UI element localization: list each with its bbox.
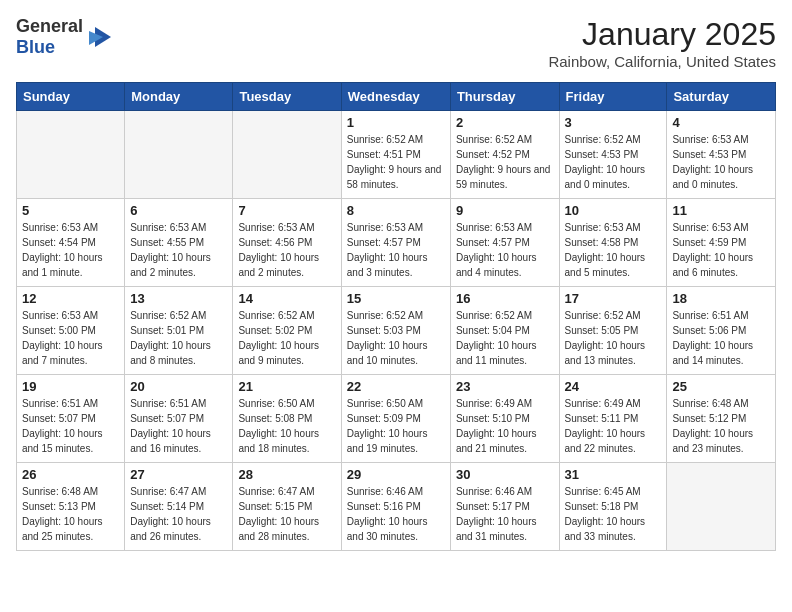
day-number: 18: [672, 291, 770, 306]
weekday-header-saturday: Saturday: [667, 83, 776, 111]
day-info: Sunrise: 6:53 AMSunset: 4:59 PMDaylight:…: [672, 220, 770, 280]
calendar-day-cell: 12Sunrise: 6:53 AMSunset: 5:00 PMDayligh…: [17, 287, 125, 375]
calendar-day-cell: 26Sunrise: 6:48 AMSunset: 5:13 PMDayligh…: [17, 463, 125, 551]
day-number: 10: [565, 203, 662, 218]
day-info: Sunrise: 6:52 AMSunset: 4:53 PMDaylight:…: [565, 132, 662, 192]
day-number: 23: [456, 379, 554, 394]
day-number: 1: [347, 115, 445, 130]
day-info: Sunrise: 6:52 AMSunset: 5:04 PMDaylight:…: [456, 308, 554, 368]
day-info: Sunrise: 6:53 AMSunset: 4:53 PMDaylight:…: [672, 132, 770, 192]
day-info: Sunrise: 6:52 AMSunset: 5:02 PMDaylight:…: [238, 308, 335, 368]
calendar-day-cell: 19Sunrise: 6:51 AMSunset: 5:07 PMDayligh…: [17, 375, 125, 463]
calendar-day-cell: 31Sunrise: 6:45 AMSunset: 5:18 PMDayligh…: [559, 463, 667, 551]
day-number: 29: [347, 467, 445, 482]
day-info: Sunrise: 6:52 AMSunset: 5:05 PMDaylight:…: [565, 308, 662, 368]
weekday-header-sunday: Sunday: [17, 83, 125, 111]
logo-blue: Blue: [16, 37, 55, 57]
calendar-day-cell: [233, 111, 341, 199]
calendar-day-cell: 3Sunrise: 6:52 AMSunset: 4:53 PMDaylight…: [559, 111, 667, 199]
calendar-day-cell: 10Sunrise: 6:53 AMSunset: 4:58 PMDayligh…: [559, 199, 667, 287]
day-number: 22: [347, 379, 445, 394]
logo-icon: [85, 23, 113, 51]
day-number: 15: [347, 291, 445, 306]
day-number: 26: [22, 467, 119, 482]
calendar-day-cell: 5Sunrise: 6:53 AMSunset: 4:54 PMDaylight…: [17, 199, 125, 287]
day-number: 21: [238, 379, 335, 394]
logo-general: General: [16, 16, 83, 36]
calendar-day-cell: 18Sunrise: 6:51 AMSunset: 5:06 PMDayligh…: [667, 287, 776, 375]
day-number: 12: [22, 291, 119, 306]
calendar-day-cell: 22Sunrise: 6:50 AMSunset: 5:09 PMDayligh…: [341, 375, 450, 463]
day-number: 20: [130, 379, 227, 394]
day-info: Sunrise: 6:50 AMSunset: 5:09 PMDaylight:…: [347, 396, 445, 456]
weekday-header-friday: Friday: [559, 83, 667, 111]
calendar-week-row: 26Sunrise: 6:48 AMSunset: 5:13 PMDayligh…: [17, 463, 776, 551]
calendar-day-cell: 6Sunrise: 6:53 AMSunset: 4:55 PMDaylight…: [125, 199, 233, 287]
day-info: Sunrise: 6:53 AMSunset: 5:00 PMDaylight:…: [22, 308, 119, 368]
day-number: 30: [456, 467, 554, 482]
day-info: Sunrise: 6:53 AMSunset: 4:57 PMDaylight:…: [347, 220, 445, 280]
day-number: 31: [565, 467, 662, 482]
calendar-day-cell: 1Sunrise: 6:52 AMSunset: 4:51 PMDaylight…: [341, 111, 450, 199]
day-info: Sunrise: 6:52 AMSunset: 4:52 PMDaylight:…: [456, 132, 554, 192]
day-info: Sunrise: 6:52 AMSunset: 5:01 PMDaylight:…: [130, 308, 227, 368]
weekday-header-tuesday: Tuesday: [233, 83, 341, 111]
day-number: 3: [565, 115, 662, 130]
day-number: 27: [130, 467, 227, 482]
calendar-week-row: 1Sunrise: 6:52 AMSunset: 4:51 PMDaylight…: [17, 111, 776, 199]
calendar-week-row: 19Sunrise: 6:51 AMSunset: 5:07 PMDayligh…: [17, 375, 776, 463]
calendar-day-cell: 20Sunrise: 6:51 AMSunset: 5:07 PMDayligh…: [125, 375, 233, 463]
day-info: Sunrise: 6:47 AMSunset: 5:14 PMDaylight:…: [130, 484, 227, 544]
day-info: Sunrise: 6:51 AMSunset: 5:07 PMDaylight:…: [22, 396, 119, 456]
day-info: Sunrise: 6:49 AMSunset: 5:11 PMDaylight:…: [565, 396, 662, 456]
month-title: January 2025: [548, 16, 776, 53]
day-info: Sunrise: 6:53 AMSunset: 4:56 PMDaylight:…: [238, 220, 335, 280]
day-number: 25: [672, 379, 770, 394]
day-number: 8: [347, 203, 445, 218]
day-number: 28: [238, 467, 335, 482]
day-info: Sunrise: 6:51 AMSunset: 5:07 PMDaylight:…: [130, 396, 227, 456]
calendar-week-row: 5Sunrise: 6:53 AMSunset: 4:54 PMDaylight…: [17, 199, 776, 287]
weekday-header-row: SundayMondayTuesdayWednesdayThursdayFrid…: [17, 83, 776, 111]
calendar-day-cell: 27Sunrise: 6:47 AMSunset: 5:14 PMDayligh…: [125, 463, 233, 551]
calendar-day-cell: 11Sunrise: 6:53 AMSunset: 4:59 PMDayligh…: [667, 199, 776, 287]
day-number: 13: [130, 291, 227, 306]
calendar-day-cell: 28Sunrise: 6:47 AMSunset: 5:15 PMDayligh…: [233, 463, 341, 551]
day-number: 14: [238, 291, 335, 306]
day-number: 9: [456, 203, 554, 218]
calendar-day-cell: 23Sunrise: 6:49 AMSunset: 5:10 PMDayligh…: [450, 375, 559, 463]
calendar-day-cell: [667, 463, 776, 551]
logo-text: General Blue: [16, 16, 83, 58]
calendar-day-cell: 21Sunrise: 6:50 AMSunset: 5:08 PMDayligh…: [233, 375, 341, 463]
page-header: General Blue January 2025 Rainbow, Calif…: [16, 16, 776, 70]
day-info: Sunrise: 6:49 AMSunset: 5:10 PMDaylight:…: [456, 396, 554, 456]
calendar-table: SundayMondayTuesdayWednesdayThursdayFrid…: [16, 82, 776, 551]
day-number: 4: [672, 115, 770, 130]
day-info: Sunrise: 6:48 AMSunset: 5:13 PMDaylight:…: [22, 484, 119, 544]
calendar-day-cell: 8Sunrise: 6:53 AMSunset: 4:57 PMDaylight…: [341, 199, 450, 287]
day-info: Sunrise: 6:53 AMSunset: 4:58 PMDaylight:…: [565, 220, 662, 280]
day-number: 24: [565, 379, 662, 394]
day-info: Sunrise: 6:51 AMSunset: 5:06 PMDaylight:…: [672, 308, 770, 368]
calendar-day-cell: 24Sunrise: 6:49 AMSunset: 5:11 PMDayligh…: [559, 375, 667, 463]
day-info: Sunrise: 6:53 AMSunset: 4:57 PMDaylight:…: [456, 220, 554, 280]
day-number: 5: [22, 203, 119, 218]
calendar-day-cell: [17, 111, 125, 199]
calendar-day-cell: 13Sunrise: 6:52 AMSunset: 5:01 PMDayligh…: [125, 287, 233, 375]
calendar-week-row: 12Sunrise: 6:53 AMSunset: 5:00 PMDayligh…: [17, 287, 776, 375]
calendar-day-cell: [125, 111, 233, 199]
calendar-day-cell: 25Sunrise: 6:48 AMSunset: 5:12 PMDayligh…: [667, 375, 776, 463]
day-number: 2: [456, 115, 554, 130]
calendar-day-cell: 16Sunrise: 6:52 AMSunset: 5:04 PMDayligh…: [450, 287, 559, 375]
calendar-day-cell: 15Sunrise: 6:52 AMSunset: 5:03 PMDayligh…: [341, 287, 450, 375]
calendar-day-cell: 4Sunrise: 6:53 AMSunset: 4:53 PMDaylight…: [667, 111, 776, 199]
day-info: Sunrise: 6:52 AMSunset: 4:51 PMDaylight:…: [347, 132, 445, 192]
day-info: Sunrise: 6:45 AMSunset: 5:18 PMDaylight:…: [565, 484, 662, 544]
location-subtitle: Rainbow, California, United States: [548, 53, 776, 70]
day-info: Sunrise: 6:46 AMSunset: 5:16 PMDaylight:…: [347, 484, 445, 544]
day-info: Sunrise: 6:53 AMSunset: 4:54 PMDaylight:…: [22, 220, 119, 280]
day-info: Sunrise: 6:47 AMSunset: 5:15 PMDaylight:…: [238, 484, 335, 544]
day-info: Sunrise: 6:53 AMSunset: 4:55 PMDaylight:…: [130, 220, 227, 280]
day-number: 11: [672, 203, 770, 218]
weekday-header-monday: Monday: [125, 83, 233, 111]
